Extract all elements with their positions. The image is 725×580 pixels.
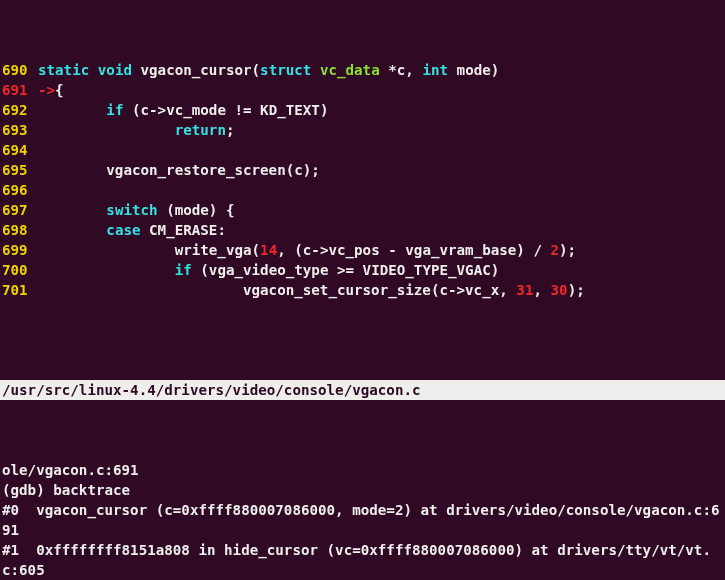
line-number: 700 [2,260,38,280]
source-line: 700 if (vga_video_type >= VIDEO_TYPE_VGA… [2,260,723,280]
line-code: case CM_ERASE: [38,220,723,240]
line-code [38,180,723,200]
line-number: 694 [2,140,38,160]
line-number: 691 [2,80,38,100]
source-line: 695 vgacon_restore_screen(c); [2,160,723,180]
line-number: 698 [2,220,38,240]
source-line: 694 [2,140,723,160]
line-number: 695 [2,160,38,180]
source-line: 691->{ [2,80,723,100]
line-code: ->{ [38,80,723,100]
source-line: 693 return; [2,120,723,140]
source-code-pane: 690static void vgacon_cursor(struct vc_d… [0,60,725,320]
line-number: 699 [2,240,38,260]
line-code: vgacon_restore_screen(c); [38,160,723,180]
source-line: 697 switch (mode) { [2,200,723,220]
source-line: 696 [2,180,723,200]
line-number: 690 [2,60,38,80]
terminal-viewport: 690static void vgacon_cursor(struct vc_d… [0,0,725,580]
line-number: 693 [2,120,38,140]
line-number: 692 [2,100,38,120]
source-line: 690static void vgacon_cursor(struct vc_d… [2,60,723,80]
line-code: if (vga_video_type >= VIDEO_TYPE_VGAC) [38,260,723,280]
line-code: write_vga(14, (c->vc_pos - vga_vram_base… [38,240,723,260]
source-line: 699 write_vga(14, (c->vc_pos - vga_vram_… [2,240,723,260]
line-code: return; [38,120,723,140]
source-line: 698 case CM_ERASE: [2,220,723,240]
status-bar: /usr/src/linux-4.4/drivers/video/console… [0,380,725,400]
source-line: 701 vgacon_set_cursor_size(c->vc_x, 31, … [2,280,723,300]
line-number: 697 [2,200,38,220]
line-code: switch (mode) { [38,200,723,220]
source-line: 692 if (c->vc_mode != KD_TEXT) [2,100,723,120]
gdb-output-pane[interactable]: ole/vgacon.c:691 (gdb) backtrace #0 vgac… [0,460,725,580]
line-number: 696 [2,180,38,200]
line-code: if (c->vc_mode != KD_TEXT) [38,100,723,120]
line-code: static void vgacon_cursor(struct vc_data… [38,60,723,80]
line-code: vgacon_set_cursor_size(c->vc_x, 31, 30); [38,280,723,300]
line-number: 701 [2,280,38,300]
line-code [38,140,723,160]
